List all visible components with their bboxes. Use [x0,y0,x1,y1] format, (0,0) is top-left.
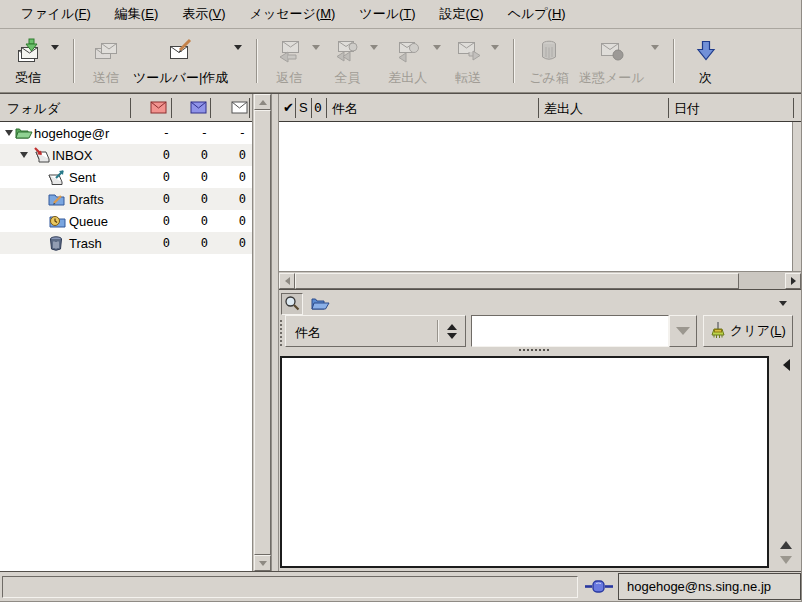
receive-dropdown-arrow-icon[interactable] [48,32,62,62]
forward-icon [455,36,481,66]
forward-button-label: 転送 [455,69,481,87]
expander-icon[interactable] [20,152,28,158]
scrollbar-thumb[interactable] [295,273,739,289]
folder-row-account[interactable]: hogehoge@r - - - [0,122,252,144]
total-count: 0 [212,192,246,206]
subject-column-header[interactable]: 件名 [332,100,358,118]
folder-pane-scrollbar[interactable] [252,94,271,571]
menu-item-message[interactable]: メッセージ(M) [239,1,347,27]
mark-column-header[interactable]: ✔ [283,100,294,115]
toolbar-separator [673,39,675,83]
message-list-hscrollbar[interactable] [279,271,802,289]
menu-item-configuration[interactable]: 設定(C) [429,1,495,27]
unread-count: 0 [174,236,208,250]
message-list[interactable] [279,122,793,271]
reply-all-dropdown-arrow-icon[interactable] [367,32,381,62]
search-toggle-button[interactable] [281,293,303,315]
receive-button[interactable]: 受信 [6,33,50,89]
compose-dropdown-arrow-icon[interactable] [231,32,245,62]
search-history-dropdown-button[interactable] [669,315,697,347]
folder-select-icon [310,295,330,314]
queue-folder-icon [48,213,66,232]
scroll-down-button[interactable] [254,555,271,571]
status-message-panel [2,576,578,598]
junk-dropdown-arrow-icon[interactable] [648,32,662,62]
new-count: 0 [136,170,170,184]
reply-sender-icon [395,36,421,66]
reply-sender-button[interactable]: 差出人 [383,33,432,89]
attachment-pane-collapse-icon[interactable] [783,359,790,371]
folder-row-sent[interactable]: Sent 0 0 0 [0,166,252,188]
attachment-column-header[interactable]: 0 [314,100,322,115]
total-column-icon[interactable] [231,101,248,117]
new-column-icon[interactable] [150,101,167,117]
trash-icon [537,36,561,66]
toolbar-grip[interactable] [279,319,283,347]
arrow-left-icon [285,277,290,285]
mimeview-scroll-down-icon[interactable] [780,556,792,564]
junk-mail-button-label: 迷惑メール [579,69,645,87]
reply-all-button[interactable]: 全員 [325,33,369,89]
menubar: ファイル(F) 編集(E) 表示(V) メッセージ(M) ツール(T) 設定(C… [0,0,802,29]
junk-mail-button[interactable]: 迷惑メール [574,33,650,89]
reply-sender-button-label: 差出人 [388,69,427,87]
new-count: 0 [136,192,170,206]
from-column-header[interactable]: 差出人 [544,100,583,118]
unread-count: - [174,126,208,140]
menu-item-file[interactable]: ファイル(F) [10,1,102,27]
pane-splitter[interactable] [271,94,279,571]
message-view[interactable] [280,356,769,568]
toolbar-separator [513,39,515,83]
forward-dropdown-arrow-icon[interactable] [488,32,502,62]
account-selector[interactable]: hogehoge@ns.sing.ne.jp [618,573,801,600]
forward-button[interactable]: 転送 [446,33,490,89]
folder-column-header[interactable]: フォルダ [7,100,60,118]
folder-list-header: フォルダ [0,94,252,122]
compose-mail-icon [167,36,195,66]
next-button[interactable]: 次 [684,33,728,89]
send-mail-icon [93,36,119,66]
reply-sender-dropdown-arrow-icon[interactable] [430,32,444,62]
date-column-header[interactable]: 日付 [674,100,700,118]
scroll-up-button[interactable] [254,94,271,110]
scroll-right-button[interactable] [785,273,801,289]
folder-row-trash[interactable]: Trash 0 0 0 [0,232,252,254]
compose-button[interactable]: ツールバー|作成 [128,33,233,89]
total-count: 0 [212,170,246,184]
message-view-pane [279,353,802,571]
mimeview-scroll-up-icon[interactable] [780,541,792,549]
trash-button-label: ごみ箱 [529,69,569,87]
reply-dropdown-arrow-icon[interactable] [309,32,323,62]
scrollbar-thumb[interactable] [254,110,271,555]
send-button[interactable]: 送信 [84,33,128,89]
search-input[interactable] [471,315,669,347]
pane-resize-handle[interactable] [519,349,549,352]
folder-row-inbox[interactable]: INBOX 0 0 0 [0,144,252,166]
right-pane: ✔ S 0 件名 差出人 日付 [279,94,802,571]
new-count: 0 [136,236,170,250]
trash-button[interactable]: ごみ箱 [524,33,574,89]
quick-search-menu-arrow-icon[interactable] [779,301,787,306]
total-count: 0 [212,148,246,162]
folder-select-button[interactable] [308,293,332,315]
next-button-label: 次 [699,69,712,87]
folder-row-drafts[interactable]: Drafts 0 0 0 [0,188,252,210]
total-count: - [212,126,246,140]
folder-row-queue[interactable]: Queue 0 0 0 [0,210,252,232]
scroll-left-button[interactable] [279,273,295,289]
toolbar: 受信 送信 ツールバー|作成 返信 [0,30,802,93]
menu-item-edit[interactable]: 編集(E) [104,1,169,27]
mail-client-window: ファイル(F) 編集(E) 表示(V) メッセージ(M) ツール(T) 設定(C… [0,0,802,602]
unread-count: 0 [174,192,208,206]
status-column-header[interactable]: S [299,100,308,115]
unread-column-icon[interactable] [190,101,207,117]
menu-item-help[interactable]: ヘルプ(H) [497,1,577,27]
search-field-selector[interactable]: 件名 [285,315,466,347]
expander-icon[interactable] [5,130,13,136]
clear-button[interactable]: クリア(L) [703,315,793,347]
reply-button[interactable]: 返信 [267,33,311,89]
menu-item-view[interactable]: 表示(V) [171,1,236,27]
total-count: 0 [212,236,246,250]
menu-item-tools[interactable]: ツール(T) [348,1,426,27]
search-icon [284,295,300,314]
